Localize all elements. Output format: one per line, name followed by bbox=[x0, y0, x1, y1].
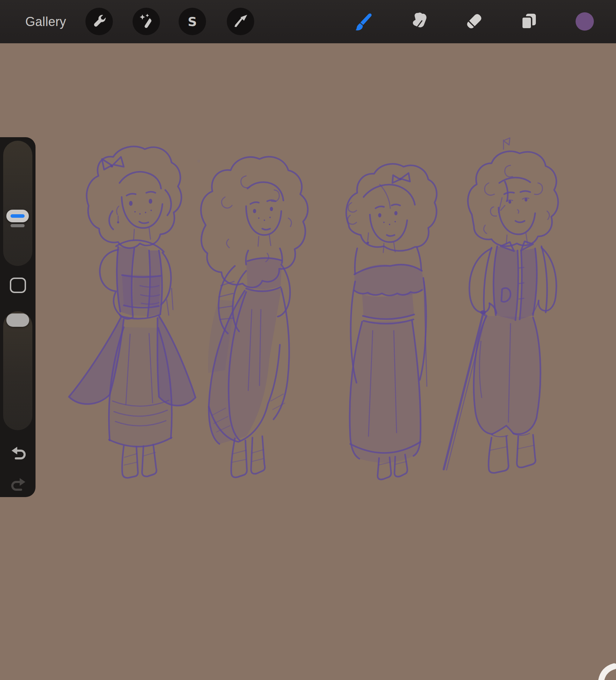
modify-button[interactable] bbox=[10, 278, 26, 293]
wrench-icon bbox=[91, 13, 108, 30]
undo-button[interactable] bbox=[10, 444, 27, 461]
redo-button[interactable] bbox=[10, 476, 27, 492]
paint-tool-button[interactable] bbox=[349, 8, 377, 35]
top-toolbar: Gallery S bbox=[0, 0, 616, 43]
brush-opacity-slider[interactable] bbox=[3, 311, 32, 430]
s-ribbon-icon: S bbox=[184, 13, 201, 30]
procreate-window: Gallery S bbox=[0, 0, 616, 680]
brush-size-notch bbox=[11, 224, 25, 227]
arrow-icon bbox=[232, 13, 249, 30]
selection-button[interactable]: S bbox=[179, 8, 206, 35]
drawing-canvas[interactable] bbox=[0, 43, 616, 680]
brush-opacity-handle[interactable] bbox=[6, 313, 29, 327]
brush-icon bbox=[353, 12, 373, 31]
transform-button[interactable] bbox=[227, 8, 254, 35]
actions-button[interactable] bbox=[85, 8, 113, 35]
layers-icon bbox=[519, 12, 539, 31]
redo-icon bbox=[10, 476, 27, 492]
brush-size-accent-bar bbox=[11, 214, 25, 218]
layers-button[interactable] bbox=[515, 8, 543, 35]
magic-wand-icon bbox=[138, 13, 155, 30]
finger-icon bbox=[409, 12, 429, 31]
undo-icon bbox=[10, 444, 27, 461]
brush-size-handle[interactable] bbox=[6, 210, 29, 222]
brush-sidebar bbox=[0, 137, 36, 497]
gallery-button[interactable]: Gallery bbox=[25, 0, 66, 43]
smudge-tool-button[interactable] bbox=[405, 8, 433, 35]
eraser-icon bbox=[464, 12, 484, 31]
stray-smudge bbox=[197, 160, 200, 163]
adjustments-button[interactable] bbox=[133, 8, 160, 35]
color-swatch-button[interactable] bbox=[571, 8, 598, 35]
color-circle-icon bbox=[575, 12, 595, 31]
svg-text:S: S bbox=[188, 14, 197, 29]
brush-size-slider[interactable] bbox=[3, 141, 32, 266]
erase-tool-button[interactable] bbox=[460, 8, 488, 35]
